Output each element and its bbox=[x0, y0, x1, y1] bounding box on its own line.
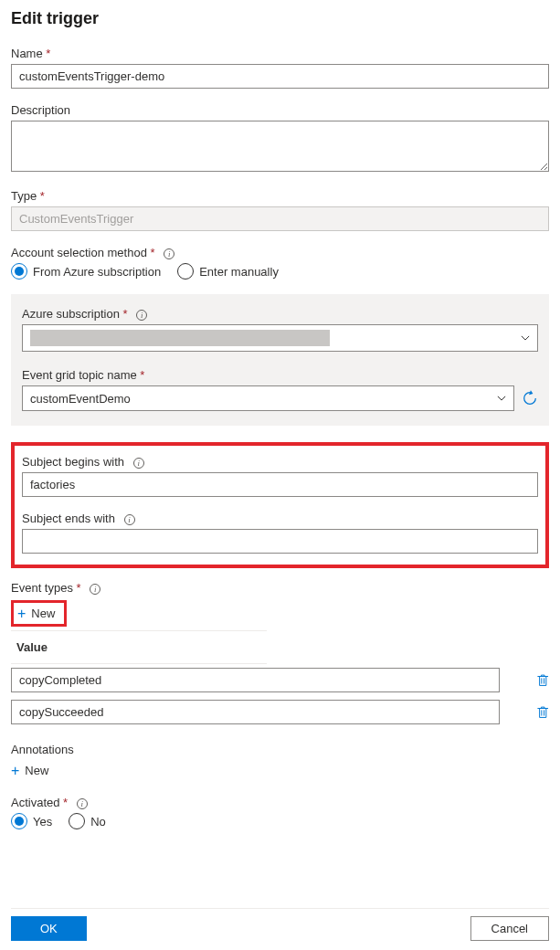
annotations-new-label: New bbox=[25, 764, 48, 777]
event-types-column-header: Value bbox=[11, 631, 267, 664]
subject-filter-highlight: Subject begins with i Subject ends with … bbox=[11, 442, 549, 568]
subject-ends-input[interactable] bbox=[22, 529, 538, 554]
subject-begins-input[interactable] bbox=[22, 472, 538, 497]
info-icon[interactable]: i bbox=[164, 248, 174, 259]
radio-activated-no[interactable]: No bbox=[69, 813, 106, 829]
radio-activated-yes-label: Yes bbox=[33, 815, 52, 829]
radio-activated-no-label: No bbox=[90, 815, 106, 829]
name-input[interactable] bbox=[11, 64, 549, 89]
description-field: Description bbox=[11, 103, 549, 174]
azure-sub-value-redacted bbox=[30, 330, 330, 346]
info-icon[interactable]: i bbox=[124, 514, 135, 525]
topic-value: customEventDemo bbox=[30, 392, 131, 406]
annotations-field: Annotations + New bbox=[11, 743, 549, 781]
page-title: Edit trigger bbox=[11, 9, 549, 28]
info-icon[interactable]: i bbox=[136, 310, 147, 321]
topic-label: Event grid topic name bbox=[22, 368, 538, 382]
type-label: Type bbox=[11, 189, 549, 203]
info-icon[interactable]: i bbox=[90, 584, 100, 595]
description-label: Description bbox=[11, 103, 549, 117]
refresh-icon[interactable] bbox=[522, 390, 538, 406]
ok-button[interactable]: OK bbox=[11, 916, 87, 941]
plus-icon: + bbox=[17, 607, 26, 620]
radio-enter-manually[interactable]: Enter manually bbox=[177, 263, 279, 280]
info-icon[interactable]: i bbox=[133, 458, 144, 469]
description-textarea[interactable] bbox=[11, 121, 549, 172]
radio-activated-yes[interactable]: Yes bbox=[11, 813, 52, 829]
info-icon[interactable]: i bbox=[77, 798, 88, 809]
table-row bbox=[11, 696, 549, 728]
trash-icon[interactable] bbox=[536, 705, 549, 720]
activated-field: Activated i Yes No bbox=[11, 796, 549, 829]
chevron-down-icon bbox=[497, 394, 506, 403]
event-types-new-label: New bbox=[31, 607, 55, 620]
subscription-panel: Azure subscription i Event grid topic na… bbox=[11, 294, 549, 426]
name-label: Name bbox=[11, 47, 549, 60]
event-types-new-button[interactable]: + New bbox=[14, 603, 64, 624]
trash-icon[interactable] bbox=[536, 673, 549, 688]
annotations-label: Annotations bbox=[11, 743, 549, 756]
name-field: Name bbox=[11, 47, 549, 89]
topic-select[interactable]: customEventDemo bbox=[22, 385, 514, 411]
annotations-new-button[interactable]: + New bbox=[11, 760, 48, 781]
account-method-label: Account selection method bbox=[11, 246, 155, 259]
event-type-input[interactable] bbox=[11, 700, 500, 724]
cancel-button[interactable]: Cancel bbox=[470, 916, 549, 941]
table-row bbox=[11, 664, 549, 696]
radio-enter-manually-label: Enter manually bbox=[199, 265, 279, 279]
chevron-down-icon bbox=[521, 333, 530, 343]
event-types-field: Event types i + New Value bbox=[11, 581, 549, 728]
azure-sub-label: Azure subscription bbox=[22, 307, 128, 321]
activated-label: Activated bbox=[11, 796, 68, 809]
subject-begins-label: Subject begins with bbox=[22, 455, 124, 469]
plus-icon: + bbox=[11, 765, 19, 777]
azure-sub-select[interactable] bbox=[22, 324, 538, 352]
type-input-disabled: CustomEventsTrigger bbox=[11, 206, 549, 231]
footer: OK Cancel bbox=[11, 908, 549, 941]
radio-from-subscription-label: From Azure subscription bbox=[33, 265, 161, 279]
event-type-input[interactable] bbox=[11, 668, 500, 692]
type-field: Type CustomEventsTrigger bbox=[11, 189, 549, 231]
event-types-label: Event types bbox=[11, 581, 81, 595]
radio-from-subscription[interactable]: From Azure subscription bbox=[11, 263, 161, 280]
account-method-field: Account selection method i From Azure su… bbox=[11, 246, 549, 280]
subject-ends-label: Subject ends with bbox=[22, 512, 115, 525]
